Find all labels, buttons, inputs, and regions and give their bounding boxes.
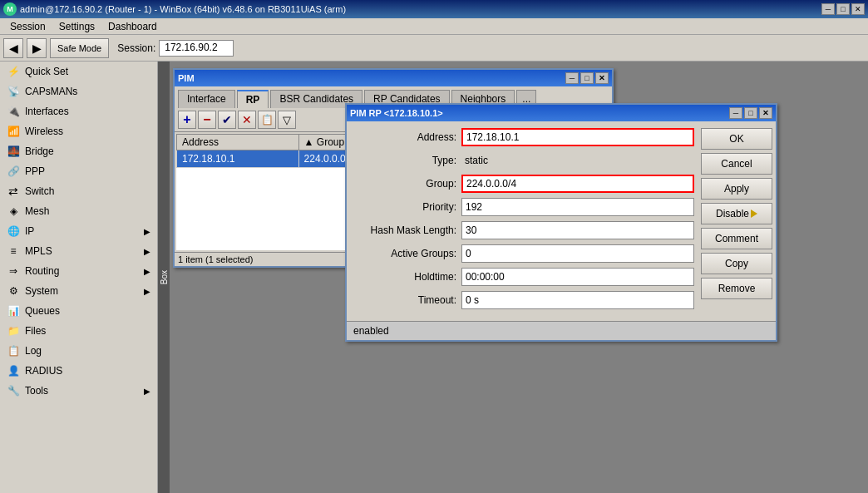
pimrp-minimize[interactable]: ─ (729, 107, 742, 119)
main-layout: Quick Set CAPsMANs Interfaces Wireless B… (0, 62, 868, 493)
group-label: Group: (353, 178, 461, 190)
active-groups-label: Active Groups: (353, 248, 461, 259)
hash-mask-label: Hash Mask Length: (353, 224, 461, 236)
menu-settings[interactable]: Settings (52, 19, 101, 34)
remove-button[interactable]: Remove (701, 278, 772, 299)
copy-entry-button[interactable]: 📋 (258, 111, 276, 129)
type-label: Type: (353, 155, 461, 166)
title-bar-controls: ─ □ ✕ (821, 3, 865, 15)
sidebar-label-files: Files (25, 325, 46, 337)
group-input[interactable] (461, 175, 694, 193)
tab-rp[interactable]: RP (237, 90, 269, 108)
minimize-button[interactable]: ─ (821, 3, 835, 15)
edit-button[interactable]: ✔ (218, 111, 236, 129)
session-value[interactable]: 172.16.90.2 (159, 40, 234, 57)
log-icon (7, 344, 20, 357)
holdtime-label: Holdtime: (353, 271, 461, 283)
tools-arrow: ▶ (144, 387, 150, 396)
type-row: Type: static (353, 151, 694, 170)
pimrp-title: PIM RP <172.18.10.1> (350, 108, 729, 118)
menu-session[interactable]: Session (3, 19, 52, 34)
maximize-button[interactable]: □ (836, 3, 850, 15)
apply-button[interactable]: Apply (701, 178, 772, 200)
sidebar-item-tools[interactable]: Tools ▶ (0, 381, 157, 401)
filter-button[interactable]: ▽ (278, 111, 296, 129)
holdtime-input[interactable] (461, 268, 694, 286)
sidebar-item-capsman[interactable]: CAPsMANs (0, 81, 157, 101)
pimrp-maximize[interactable]: □ (744, 107, 757, 119)
sidebar-item-ppp[interactable]: PPP (0, 161, 157, 181)
box-label: Box (160, 270, 169, 284)
ok-button[interactable]: OK (701, 128, 772, 150)
sidebar-item-mesh[interactable]: Mesh (0, 201, 157, 221)
sidebar-label-mesh: Mesh (25, 205, 49, 217)
sidebar-label-radius: RADIUS (25, 365, 62, 377)
cancel-button[interactable]: Cancel (701, 153, 772, 175)
cancel-button[interactable]: ✕ (238, 111, 256, 129)
col-address[interactable]: Address (177, 135, 299, 150)
tab-interface[interactable]: Interface (178, 90, 235, 108)
address-row: Address: (353, 128, 694, 146)
type-value: static (461, 151, 694, 170)
pim-minimize[interactable]: ─ (565, 72, 579, 84)
safe-mode-button[interactable]: Safe Mode (50, 38, 109, 58)
sidebar-label-bridge: Bridge (25, 145, 54, 157)
dialog-fields: Address: Type: static Group: (347, 121, 701, 321)
session-label: Session: (117, 42, 155, 54)
sidebar-item-queues[interactable]: Queues (0, 301, 157, 321)
routing-icon (7, 264, 20, 278)
sidebar-label-mpls: MPLS (25, 245, 52, 257)
quickset-icon (7, 65, 20, 78)
queues-icon (7, 304, 20, 318)
mpls-arrow: ▶ (144, 247, 150, 256)
disable-button[interactable]: Disable (701, 203, 772, 224)
sidebar: Quick Set CAPsMANs Interfaces Wireless B… (0, 62, 158, 493)
pim-close[interactable]: ✕ (595, 72, 609, 84)
dialog-buttons: OK Cancel Apply Disable Comment Copy Rem… (701, 121, 776, 321)
hash-mask-input[interactable] (461, 221, 694, 239)
timeout-label: Timeout: (353, 294, 461, 306)
ip-icon (7, 224, 20, 238)
remove-button[interactable]: − (198, 111, 216, 129)
timeout-input[interactable] (461, 291, 694, 309)
dialog-main: Address: Type: static Group: (347, 121, 776, 321)
group-row: Group: (353, 175, 694, 193)
sidebar-label-quick-set: Quick Set (25, 66, 68, 77)
pim-titlebar: PIM ─ □ ✕ (175, 70, 612, 86)
forward-button[interactable]: ▶ (27, 38, 47, 58)
pimrp-close[interactable]: ✕ (759, 107, 772, 119)
mesh-icon (7, 205, 20, 218)
comment-button[interactable]: Comment (701, 228, 772, 249)
dialog-footer: enabled (347, 321, 776, 340)
system-arrow: ▶ (144, 287, 150, 296)
sidebar-item-switch[interactable]: Switch (0, 181, 157, 201)
sidebar-item-ip[interactable]: IP ▶ (0, 221, 157, 241)
address-label: Address: (353, 131, 461, 143)
menu-dashboard[interactable]: Dashboard (101, 19, 164, 34)
sidebar-item-bridge[interactable]: Bridge (0, 141, 157, 161)
sidebar-item-quick-set[interactable]: Quick Set (0, 62, 157, 81)
sidebar-item-mpls[interactable]: MPLS ▶ (0, 241, 157, 261)
pim-maximize[interactable]: □ (580, 72, 594, 84)
mpls-icon (7, 244, 20, 258)
priority-input[interactable] (461, 198, 694, 216)
sidebar-item-files[interactable]: Files (0, 321, 157, 341)
address-input[interactable] (461, 128, 694, 146)
radius-icon (7, 364, 20, 377)
sidebar-item-system[interactable]: System ▶ (0, 281, 157, 301)
sidebar-item-radius[interactable]: RADIUS (0, 361, 157, 381)
sidebar-item-wireless[interactable]: Wireless (0, 121, 157, 141)
back-button[interactable]: ◀ (3, 38, 23, 58)
switch-icon (7, 185, 20, 198)
close-button[interactable]: ✕ (851, 3, 865, 15)
pim-title: PIM (178, 73, 565, 83)
add-button[interactable]: + (178, 111, 196, 129)
sidebar-item-routing[interactable]: Routing ▶ (0, 261, 157, 281)
copy-button[interactable]: Copy (701, 253, 772, 274)
sidebar-item-log[interactable]: Log (0, 341, 157, 361)
app-icon: M (3, 2, 17, 16)
routing-arrow: ▶ (144, 267, 150, 276)
active-groups-input[interactable] (461, 244, 694, 263)
sidebar-item-interfaces[interactable]: Interfaces (0, 101, 157, 121)
sidebar-label-tools: Tools (25, 385, 48, 397)
